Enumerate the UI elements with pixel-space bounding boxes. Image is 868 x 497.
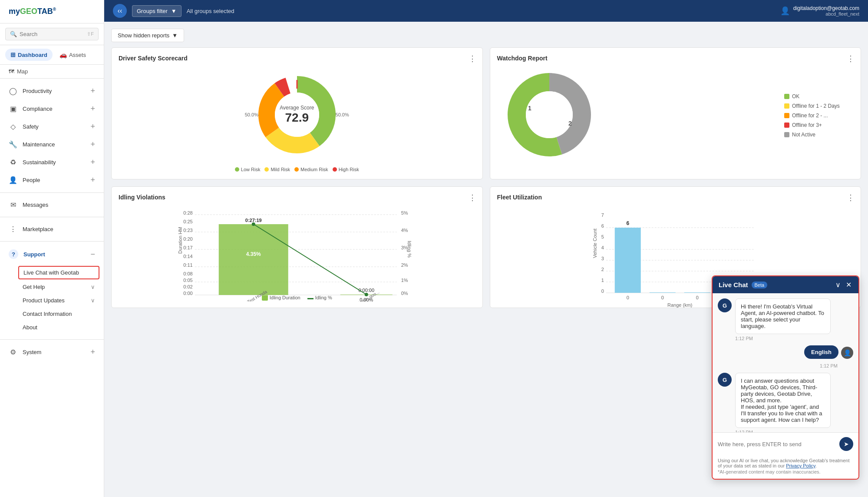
watchdog-card: Watchdog Report ⋮ 1 2 — [490, 47, 861, 179]
user-time-1: 1:12 PM — [718, 363, 853, 368]
high-risk-label: High Risk — [339, 167, 359, 172]
chat-message-3: G I can answer questions about MyGeotab,… — [718, 373, 853, 432]
donut-avg-label: Average Score — [280, 105, 314, 111]
about-label: About — [23, 324, 37, 331]
svg-text:5%: 5% — [401, 210, 408, 215]
chat-minimize-button[interactable]: ∨ — [835, 281, 842, 289]
sidebar-item-sustainability[interactable]: ♻ Sustainability + — [0, 153, 104, 171]
sidebar-item-safety[interactable]: ◇ Safety + — [0, 118, 104, 136]
svg-text:2: 2 — [601, 267, 604, 272]
sidebar-collapse-button[interactable]: ‹‹ — [113, 4, 127, 18]
sustainability-label: Sustainability — [23, 159, 90, 166]
chat-send-button[interactable]: ➤ — [839, 437, 853, 451]
svg-text:4.35%: 4.35% — [246, 251, 261, 257]
show-hidden-reports-button[interactable]: Show hidden reports ▼ — [111, 29, 184, 42]
sidebar-item-system[interactable]: ⚙ System + — [0, 343, 104, 361]
people-expand[interactable]: + — [90, 176, 95, 185]
svg-text:7: 7 — [601, 212, 604, 218]
sidebar: myGEOTAB® 🔍 ⇧F ⊞ Dashboard 🚗 Assets 🗺 Ma… — [0, 0, 104, 497]
user-info-area: 👤 digitaladoption@geotab.com abcd_fleet_… — [780, 5, 859, 17]
bot-text-1: Hi there! I'm Geotab's Virtual Agent, an… — [735, 298, 831, 334]
chat-input[interactable] — [718, 441, 836, 447]
safety-expand[interactable]: + — [90, 122, 95, 131]
sidebar-item-contact-information[interactable]: Contact Information — [0, 307, 104, 321]
idling-chart: 0:28 0:25 0:23 0:20 0:17 0:14 0:11 0:08 … — [119, 206, 475, 293]
svg-text:0:14: 0:14 — [183, 254, 192, 259]
watchdog-donut-svg: 1 2 — [497, 67, 601, 162]
live-chat-label: Live Chat with Geotab — [23, 269, 79, 276]
app-logo: myGEOTAB® — [9, 7, 56, 16]
sustainability-expand[interactable]: + — [90, 158, 95, 167]
marketplace-icon: ⋮ — [9, 225, 17, 233]
sidebar-item-marketplace[interactable]: ⋮ Marketplace — [0, 221, 104, 238]
driver-safety-menu-icon[interactable]: ⋮ — [469, 54, 476, 63]
search-box[interactable]: 🔍 ⇧F — [5, 28, 99, 40]
product-updates-expand[interactable]: ∨ — [91, 297, 95, 304]
watchdog-legend: OK Offline for 1 - 2 Days Offline for 2 … — [784, 93, 854, 138]
chat-message-2: English 👤 — [718, 345, 853, 359]
chat-disclaimer: Using our AI or live chat, you acknowled… — [713, 455, 858, 479]
sidebar-item-get-help[interactable]: Get Help ∨ — [0, 280, 104, 294]
user-email: digitaladoption@geotab.com — [793, 5, 859, 11]
sidebar-item-people[interactable]: 👤 People + — [0, 171, 104, 189]
all-groups-label: All groups selected — [187, 8, 234, 14]
get-help-expand[interactable]: ∨ — [91, 284, 95, 290]
wl-ok-label: OK — [792, 93, 799, 99]
sidebar-item-live-chat[interactable]: Live Chat with Geotab — [18, 266, 99, 279]
sidebar-item-productivity[interactable]: ◯ Productivity + — [0, 82, 104, 100]
svg-text:0:23: 0:23 — [183, 228, 192, 233]
svg-text:0:00: 0:00 — [183, 291, 192, 296]
bot-text-2: I can answer questions about MyGeotab, G… — [735, 373, 831, 428]
compliance-label: Compliance — [23, 106, 90, 112]
maintenance-icon: 🔧 — [9, 140, 17, 149]
sidebar-item-maintenance[interactable]: 🔧 Maintenance + — [0, 136, 104, 153]
compliance-expand[interactable]: + — [90, 104, 95, 113]
productivity-expand[interactable]: + — [90, 86, 95, 96]
idling-menu-icon[interactable]: ⋮ — [469, 193, 476, 202]
map-icon: 🗺 — [9, 68, 14, 75]
fleet-menu-icon[interactable]: ⋮ — [847, 193, 855, 202]
svg-text:0: 0 — [601, 288, 604, 294]
watchdog-menu-icon[interactable]: ⋮ — [847, 54, 855, 63]
safety-icon: ◇ — [9, 123, 17, 131]
wl-offline-1-2-dot — [784, 103, 789, 109]
svg-text:0:00:00: 0:00:00 — [358, 288, 374, 293]
legend-medium-risk: Medium Risk — [294, 167, 328, 172]
sidebar-item-about[interactable]: About — [0, 321, 104, 334]
svg-text:1: 1 — [601, 278, 604, 283]
sidebar-item-map[interactable]: 🗺 Map — [0, 65, 104, 79]
tab-assets[interactable]: 🚗 Assets — [54, 49, 91, 61]
svg-text:1%: 1% — [401, 278, 408, 283]
svg-text:4: 4 — [601, 245, 604, 250]
svg-text:0:02: 0:02 — [183, 284, 192, 289]
groups-filter-dropdown[interactable]: Groups filter ▼ — [132, 5, 182, 17]
sidebar-item-messages[interactable]: ✉ Messages — [0, 196, 104, 213]
svg-text:5: 5 — [601, 234, 604, 239]
tab-dashboard[interactable]: ⊞ Dashboard — [5, 49, 53, 61]
sidebar-item-product-updates[interactable]: Product Updates ∨ — [0, 294, 104, 307]
mild-risk-dot — [264, 167, 269, 172]
support-collapse[interactable]: − — [90, 250, 95, 259]
svg-text:0: 0 — [626, 295, 629, 300]
maintenance-label: Maintenance — [23, 141, 90, 148]
user-avatar-icon: 👤 — [780, 6, 790, 16]
chat-close-button[interactable]: ✕ — [845, 281, 852, 289]
svg-text:0:05: 0:05 — [183, 278, 192, 283]
support-icon: ? — [9, 249, 18, 259]
compliance-icon: ▣ — [9, 105, 17, 113]
wl-not-active-dot — [784, 132, 789, 137]
mild-risk-label: Mild Risk — [271, 167, 290, 172]
search-input[interactable] — [20, 31, 84, 37]
medium-risk-dot — [294, 167, 299, 172]
watchdog-chart: 1 2 — [497, 67, 776, 164]
system-expand[interactable]: + — [90, 348, 95, 357]
logo-area: myGEOTAB® — [0, 0, 104, 23]
wl-not-active: Not Active — [784, 132, 854, 138]
privacy-policy-link[interactable]: Privacy Policy — [786, 463, 815, 468]
productivity-icon: ◯ — [9, 87, 17, 95]
maintenance-expand[interactable]: + — [90, 140, 95, 149]
show-hidden-label: Show hidden reports — [118, 32, 169, 39]
sidebar-item-compliance[interactable]: ▣ Compliance + — [0, 100, 104, 118]
medium-risk-label: Medium Risk — [300, 167, 328, 172]
sidebar-item-support[interactable]: ? Support − — [0, 245, 104, 263]
